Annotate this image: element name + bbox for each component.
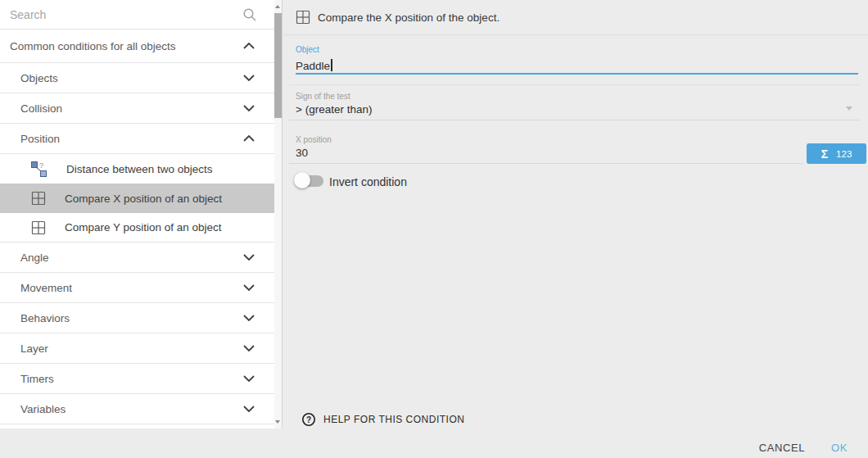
chevron-down-icon xyxy=(243,105,255,111)
section-divider xyxy=(289,84,860,85)
sidebar-item-label: Objects xyxy=(20,72,58,84)
sidebar-item-angle[interactable]: Angle xyxy=(0,243,275,273)
sidebar-item-label: Compare X position of an object xyxy=(65,193,222,205)
conditions-list: Common conditions for all objectsObjects… xyxy=(0,29,282,424)
sidebar-item-compare-y-position-of-an-object[interactable]: Compare Y position of an object xyxy=(0,213,275,243)
sidebar-item-label: Timers xyxy=(20,373,54,385)
object-field-value: Paddle xyxy=(296,60,330,72)
search-input[interactable] xyxy=(10,8,239,21)
sidebar-item-timers[interactable]: Timers xyxy=(0,364,275,394)
sidebar-item-label: Position xyxy=(20,133,60,145)
help-link-label: HELP FOR THIS CONDITION xyxy=(323,414,464,425)
sidebar-item-objects[interactable]: Objects xyxy=(0,63,275,93)
sign-select[interactable]: > (greater than) xyxy=(296,103,372,116)
sidebar-item-label: Distance between two objects xyxy=(66,163,213,175)
sidebar-item-collision[interactable]: Collision xyxy=(0,93,275,124)
object-field[interactable]: Paddle xyxy=(296,59,332,72)
sidebar-item-movement[interactable]: Movement xyxy=(0,273,275,303)
sidebar-item-variables[interactable]: Variables xyxy=(0,394,275,424)
scroll-up-icon[interactable] xyxy=(275,5,280,8)
sidebar-item-label: Angle xyxy=(20,252,49,264)
search-icon xyxy=(242,7,257,22)
sigma-icon: Σ xyxy=(821,147,828,161)
distance-icon: ? xyxy=(31,161,47,177)
chevron-down-icon xyxy=(243,284,255,291)
sidebar-item-layer[interactable]: Layer xyxy=(0,333,275,364)
cancel-button[interactable]: CANCEL xyxy=(759,442,805,454)
sidebar-item-label: Layer xyxy=(20,342,48,355)
svg-text:?: ? xyxy=(39,161,43,170)
sidebar-item-label: Variables xyxy=(20,403,66,415)
ok-button[interactable]: OK xyxy=(831,442,848,454)
object-field-underline xyxy=(296,73,858,75)
chevron-up-icon xyxy=(243,43,255,49)
x-position-field-label: X position xyxy=(296,135,332,144)
sidebar-item-distance-between-two-objects[interactable]: ?Distance between two objects xyxy=(0,154,275,184)
grid-icon xyxy=(296,10,310,25)
sign-field-label: Sign of the test xyxy=(296,92,350,101)
invert-condition-label: Invert condition xyxy=(329,175,407,188)
sidebar-item-position[interactable]: Position xyxy=(0,124,275,154)
expression-button-label: 123 xyxy=(836,149,852,159)
scroll-down-icon[interactable] xyxy=(275,420,280,424)
condition-editor-panel: Compare the X position of the object. Ob… xyxy=(283,0,868,458)
object-field-label: Object xyxy=(296,45,319,54)
chevron-down-icon xyxy=(243,406,255,412)
condition-title: Compare the X position of the object. xyxy=(318,11,500,24)
grid-icon xyxy=(31,191,46,206)
sidebar-item-label: Movement xyxy=(20,282,72,294)
x-position-field[interactable]: 30 xyxy=(296,147,308,159)
sidebar-scrollbar[interactable] xyxy=(274,0,282,429)
search-row xyxy=(0,0,275,29)
conditions-sidebar: Common conditions for all objectsObjects… xyxy=(0,0,283,429)
invert-condition-toggle[interactable] xyxy=(294,172,325,189)
sign-field-underline xyxy=(289,120,860,120)
sidebar-item-label: Compare Y position of an object xyxy=(65,221,222,234)
text-cursor xyxy=(331,59,332,71)
grid-icon xyxy=(31,220,46,235)
sidebar-item-compare-x-position-of-an-object[interactable]: Compare X position of an object xyxy=(0,184,275,213)
chevron-down-icon xyxy=(243,315,255,321)
sidebar-item-label: Behaviors xyxy=(20,312,70,324)
scrollbar-thumb[interactable] xyxy=(274,13,282,118)
chevron-down-icon xyxy=(243,254,255,261)
help-link[interactable]: ? HELP FOR THIS CONDITION xyxy=(301,412,464,427)
sidebar-item-label: Collision xyxy=(20,102,62,115)
choose-condition-dialog: Common conditions for all objectsObjects… xyxy=(0,0,868,458)
svg-text:?: ? xyxy=(306,415,311,424)
chevron-down-icon xyxy=(243,75,255,81)
sidebar-item-label: Common conditions for all objects xyxy=(10,40,176,52)
chevron-down-icon xyxy=(243,375,255,382)
toggle-knob xyxy=(294,172,310,188)
sidebar-item-common-conditions-for-all-objects[interactable]: Common conditions for all objects xyxy=(0,29,275,63)
help-icon: ? xyxy=(301,412,316,427)
x-position-field-underline xyxy=(289,163,802,164)
header-divider xyxy=(283,34,868,35)
chevron-down-icon[interactable] xyxy=(846,107,852,111)
expression-editor-button[interactable]: Σ 123 xyxy=(807,143,866,164)
sidebar-item-behaviors[interactable]: Behaviors xyxy=(0,303,275,333)
chevron-down-icon xyxy=(243,345,255,351)
chevron-up-icon xyxy=(243,135,255,142)
